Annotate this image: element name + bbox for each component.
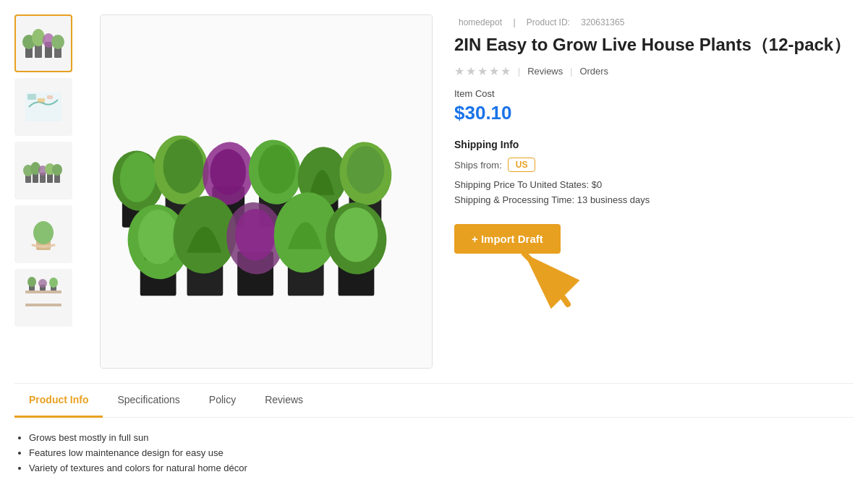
main-product-image [100, 14, 433, 369]
star-4: ★ [489, 64, 499, 78]
svg-point-7 [51, 35, 64, 49]
star-2: ★ [466, 64, 476, 78]
bullet-3: Variety of textures and colors for natur… [29, 463, 854, 473]
shipping-price-line: Shipping Price To United States: $0 [454, 179, 854, 190]
svg-point-30 [38, 279, 47, 288]
shipping-section: Shipping Info Ships from: US Shipping Pr… [454, 139, 854, 205]
product-bullets: Grows best mostly in full sun Features l… [26, 432, 854, 473]
tabs-bar: Product Info Specifications Policy Revie… [14, 384, 854, 418]
processing-time-line: Shipping & Processing Time: 13 business … [454, 194, 854, 205]
import-draft-button[interactable]: + Import Draft [454, 224, 561, 254]
price-label: Item Cost [454, 88, 854, 99]
shipping-title: Shipping Info [454, 139, 854, 150]
svg-point-44 [210, 149, 246, 195]
svg-point-29 [27, 277, 36, 287]
ships-from-label: Ships from: [454, 160, 502, 171]
thumbnail-1[interactable] [14, 14, 72, 72]
tabs-section: Product Info Specifications Policy Revie… [14, 383, 854, 473]
ships-from-row: Ships from: US [454, 158, 854, 172]
star-5: ★ [501, 64, 511, 78]
svg-rect-10 [38, 98, 45, 103]
star-3: ★ [477, 64, 488, 78]
product-price: $30.10 [454, 102, 854, 124]
product-id-label: Product ID: [527, 17, 570, 27]
svg-point-56 [138, 210, 179, 265]
svg-point-62 [335, 207, 378, 262]
source-line: homedepot | Product ID: 320631365 [454, 17, 854, 27]
svg-point-59 [235, 209, 276, 261]
tab-policy[interactable]: Policy [195, 384, 250, 418]
tab-content-product-info: Grows best mostly in full sun Features l… [14, 429, 854, 473]
thumbnail-5[interactable] [14, 269, 72, 327]
thumbnail-4[interactable] [14, 205, 72, 263]
product-id: 320631365 [581, 17, 624, 27]
svg-rect-9 [27, 94, 36, 100]
import-btn-container: + Import Draft [454, 217, 561, 254]
svg-point-42 [163, 139, 204, 194]
svg-rect-24 [25, 291, 61, 293]
star-1: ★ [454, 64, 464, 78]
source-name: homedepot [459, 17, 502, 27]
tab-product-info[interactable]: Product Info [14, 384, 103, 418]
svg-point-49 [347, 146, 385, 194]
bullet-1: Grows best mostly in full sun [29, 432, 854, 443]
svg-point-5 [32, 29, 45, 46]
reviews-link[interactable]: Reviews [527, 66, 563, 77]
thumbnail-sidebar [14, 14, 78, 369]
product-title: 2IN Easy to Grow Live House Plants（12-pa… [454, 33, 854, 56]
bullet-2: Features low maintenance design for easy… [29, 447, 854, 458]
rating-row: ★ ★ ★ ★ ★ | Reviews | Orders [454, 64, 854, 78]
orders-link[interactable]: Orders [579, 66, 608, 77]
product-top: homedepot | Product ID: 320631365 2IN Ea… [14, 14, 854, 369]
thumbnail-2[interactable] [14, 78, 72, 136]
product-details: homedepot | Product ID: 320631365 2IN Ea… [454, 14, 854, 369]
svg-point-46 [258, 145, 296, 194]
page-wrapper: homedepot | Product ID: 320631365 2IN Ea… [0, 0, 868, 492]
svg-point-21 [52, 164, 62, 176]
svg-point-31 [49, 278, 58, 288]
thumbnail-3[interactable] [14, 142, 72, 199]
tab-reviews[interactable]: Reviews [250, 384, 318, 418]
star-rating: ★ ★ ★ ★ ★ [454, 64, 511, 78]
svg-point-23 [33, 221, 54, 244]
svg-rect-25 [25, 304, 61, 306]
country-badge[interactable]: US [508, 158, 536, 172]
svg-rect-11 [47, 95, 53, 99]
tab-specifications[interactable]: Specifications [103, 384, 194, 418]
